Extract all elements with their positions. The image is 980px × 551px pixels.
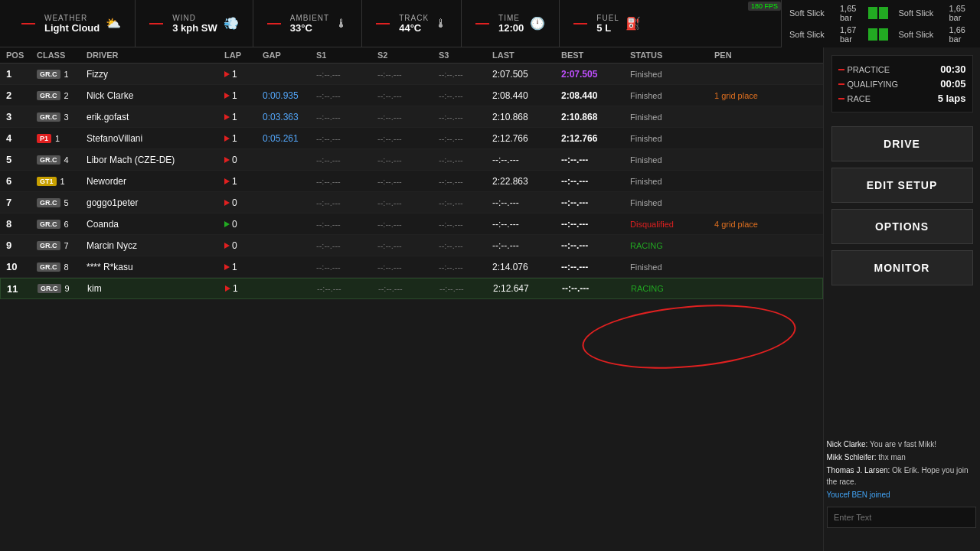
row-s1: --:--.--- <box>316 155 377 165</box>
row-best: 2:08.440 <box>561 90 630 101</box>
race-dot <box>838 98 844 99</box>
time-label: TIME <box>498 14 524 22</box>
row-last: --:--.--- <box>492 240 561 251</box>
track-icon: 🌡 <box>435 17 447 31</box>
row-class-num: 9 <box>65 284 70 293</box>
chat-input-area[interactable] <box>827 507 976 528</box>
row-lap: 1 <box>224 69 263 80</box>
table-row: 10 GR.C 8 **** R*kasu 1 --:--.--- --:--.… <box>0 256 823 278</box>
row-class-cell: GR.C 4 <box>37 155 87 165</box>
chat-text-1: You are v fast Mikk! <box>870 440 936 448</box>
chat-input[interactable] <box>827 507 976 528</box>
row-s3: --:--.--- <box>439 134 492 143</box>
row-s1: --:--.--- <box>316 91 377 100</box>
row-class-cell: GR.C 2 <box>37 91 87 100</box>
drive-button[interactable]: DRIVE <box>831 126 973 161</box>
row-class-cell: GR.C 7 <box>37 241 87 250</box>
row-s3: --:--.--- <box>439 70 492 79</box>
row-lap-tri <box>225 285 230 292</box>
row-lap-num: 0 <box>232 197 237 208</box>
thermometer-icon: 🌡 <box>335 17 348 31</box>
row-lap-tri <box>224 178 230 184</box>
row-class-num: 2 <box>64 91 69 100</box>
track-temp-dash <box>376 23 390 24</box>
col-status: STATUS <box>630 51 714 60</box>
row-s3: --:--.--- <box>439 155 492 165</box>
qualifying-dot <box>838 83 844 85</box>
table-row: 1 GR.C 1 Fizzy 1 --:--.--- --:--.--- --:… <box>0 64 823 85</box>
tyre-bar-2a <box>868 28 877 41</box>
table-row: 2 GR.C 2 Nick Clarke 1 0:00.935 --:--.--… <box>0 85 823 106</box>
tyre-pressure-1: 1,65 bar <box>840 4 864 22</box>
row-status: Finished <box>630 262 714 272</box>
track-temp-section: TRACK 44°C 🌡 <box>362 0 462 47</box>
row-pos: 8 <box>6 218 37 230</box>
row-pos: 4 <box>6 132 37 144</box>
row-class-badge: GT1 <box>37 177 57 186</box>
row-driver: Marcin Nycz <box>87 240 224 251</box>
main-content: POS CLASS DRIVER LAP GAP S1 S2 S3 LAST B… <box>0 47 823 551</box>
row-status: Finished <box>630 91 714 100</box>
row-pos: 5 <box>6 154 37 165</box>
options-button[interactable]: OPTIONS <box>831 209 973 244</box>
ambient-section: AMBIENT 33°C 🌡 <box>253 0 362 47</box>
monitor-button[interactable]: MONITOR <box>831 250 973 285</box>
row-lap-num: 1 <box>232 133 237 144</box>
row-lap-tri <box>224 93 230 99</box>
row-lap-tri <box>224 114 230 120</box>
row-last: 2:22.863 <box>492 176 561 187</box>
edit-setup-button[interactable]: EDIT SETUP <box>831 168 973 203</box>
row-driver: kim <box>87 283 225 294</box>
table-row: 3 GR.C 3 erik.gofast 1 0:03.363 --:--.--… <box>0 106 823 128</box>
row-lap-tri <box>224 221 230 227</box>
wind-label: WIND <box>172 14 217 22</box>
row-class-badge: GR.C <box>37 198 60 207</box>
qualifying-label: QUALIFYING <box>848 80 899 89</box>
fuel-section: FUEL 5 L ⛽ <box>560 0 655 47</box>
time-section: TIME 12:00 🕛 <box>462 0 560 47</box>
row-class-badge: GR.C <box>37 155 60 165</box>
table-row: 11 GR.C 9 kim 1 --:--.--- --:--.--- --:-… <box>0 278 823 299</box>
row-driver: Coanda <box>87 219 224 230</box>
row-s1: --:--.--- <box>316 262 377 272</box>
row-pos: 3 <box>6 111 37 122</box>
clock-icon: 🕛 <box>530 16 545 31</box>
row-class-num: 8 <box>64 262 69 272</box>
row-status: Finished <box>630 177 714 186</box>
row-pen: 4 grid place <box>714 220 776 229</box>
row-s3: --:--.--- <box>439 262 492 272</box>
row-class-cell: GR.C 5 <box>37 198 87 207</box>
row-status: Finished <box>630 155 714 165</box>
row-class-badge: GR.C <box>37 220 60 229</box>
row-lap-num: 1 <box>232 176 237 187</box>
row-s2: --:--.--- <box>377 70 439 79</box>
tyre-label-1: Soft Slick <box>789 8 835 18</box>
practice-row: PRACTICE 00:30 <box>838 62 966 77</box>
ambient-dash <box>267 23 281 24</box>
row-class-cell: GR.C 8 <box>37 262 87 272</box>
row-lap: 0 <box>224 240 263 251</box>
row-class-num: 3 <box>64 112 69 122</box>
row-class-badge: GR.C <box>38 284 61 293</box>
row-pos: 2 <box>6 90 37 101</box>
table-header: POS CLASS DRIVER LAP GAP S1 S2 S3 LAST B… <box>0 47 823 64</box>
row-lap: 0 <box>224 219 263 230</box>
row-last: 2:14.076 <box>492 262 561 272</box>
row-last: 2:12.647 <box>493 283 562 294</box>
fuel-value: 5 L <box>596 22 619 34</box>
row-s1: --:--.--- <box>316 112 377 122</box>
row-driver: Nick Clarke <box>87 90 224 101</box>
fuel-label: FUEL <box>596 14 619 22</box>
row-s2: --:--.--- <box>378 284 439 293</box>
row-lap-tri <box>224 157 230 163</box>
row-lap-tri <box>224 200 230 206</box>
row-lap-num: 0 <box>232 219 237 230</box>
tyre-area: Soft Slick 1,65 bar Soft Slick 1,65 bar … <box>781 0 980 47</box>
race-value: 5 laps <box>938 93 966 104</box>
row-pos: 10 <box>6 261 37 272</box>
time-info: TIME 12:00 <box>498 14 524 34</box>
chat-message-1: Nick Clarke: You are v fast Mikk! <box>827 439 978 450</box>
row-lap-num: 0 <box>232 240 237 251</box>
row-s2: --:--.--- <box>377 262 439 272</box>
row-s3: --:--.--- <box>439 198 492 207</box>
